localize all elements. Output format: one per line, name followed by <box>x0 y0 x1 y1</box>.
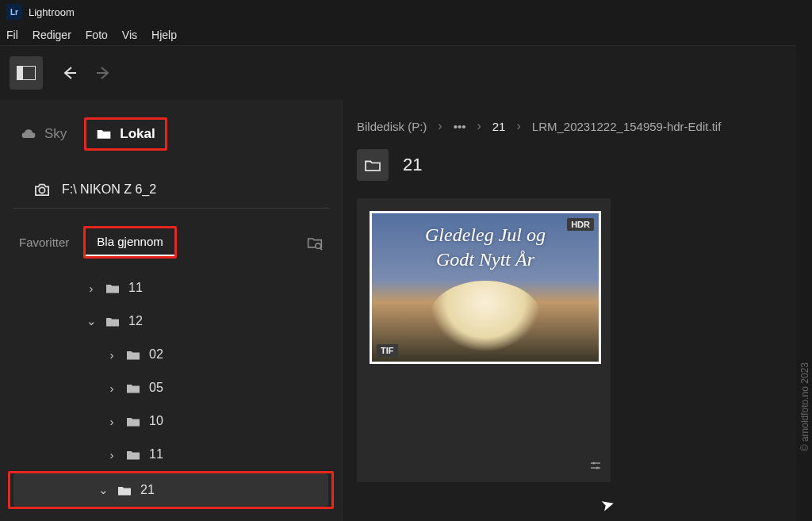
chevron-right-icon: › <box>106 415 117 428</box>
arrow-left-icon <box>60 64 78 82</box>
tree-item-02[interactable]: › 02 <box>11 338 331 371</box>
titlebar: Lr Lightroom <box>0 0 796 24</box>
svg-point-3 <box>316 243 321 248</box>
device-path: F:\ NIKON Z 6_2 <box>62 182 156 197</box>
breadcrumb-sep-icon: › <box>477 119 481 133</box>
highlight-browse: Bla gjennom <box>83 226 176 259</box>
tree-item-10[interactable]: › 10 <box>11 404 331 438</box>
main-body: Sky Lokal F:\ NIKON Z 6_2 <box>0 100 796 521</box>
chevron-right-icon: › <box>106 348 117 362</box>
tree-item-11b[interactable]: › 11 <box>11 438 331 471</box>
source-tab-local-label: Lokal <box>120 126 155 142</box>
thumbnail-overlay-text: Gledeleg Jul og Godt Nytt År <box>425 213 546 272</box>
svg-point-6 <box>592 462 595 465</box>
svg-line-4 <box>320 247 323 250</box>
tree-item-05[interactable]: › 05 <box>11 371 331 404</box>
tree-item-label: 12 <box>128 314 143 328</box>
breadcrumb-sep-icon: › <box>438 119 442 133</box>
panel-toggle-button[interactable] <box>10 56 43 90</box>
tree-item-label: 11 <box>128 281 143 295</box>
folder-icon <box>364 158 381 172</box>
menu-view[interactable]: Vis <box>122 29 137 41</box>
sidebar-subtabs: Favoritter Bla gjennom <box>0 209 342 266</box>
image-thumbnail[interactable]: Gledeleg Jul og Godt Nytt År HDR TIF <box>370 211 601 364</box>
toolbar <box>0 46 796 100</box>
tree-item-11[interactable]: › 11 <box>11 271 331 305</box>
tree-item-label: 21 <box>140 483 155 497</box>
source-tab-cloud[interactable]: Sky <box>11 120 76 148</box>
badge-format: TIF <box>377 344 398 357</box>
sliders-icon <box>588 458 603 473</box>
folder-icon <box>125 448 141 461</box>
svg-point-8 <box>596 467 599 469</box>
subtab-favorites[interactable]: Favoritter <box>11 229 77 255</box>
breadcrumb-file[interactable]: LRM_20231222_154959-hdr-Edit.tif <box>532 120 722 133</box>
tree-item-label: 11 <box>149 447 163 462</box>
folder-header: 21 <box>357 138 787 198</box>
breadcrumb-root[interactable]: Bildedisk (P:) <box>357 120 427 133</box>
svg-point-2 <box>39 187 44 193</box>
nav-forward-button <box>95 64 113 82</box>
app-title: Lightroom <box>29 6 75 18</box>
folder-open-button[interactable] <box>357 149 389 181</box>
cloud-icon <box>21 126 36 142</box>
arrow-right-icon <box>95 64 113 82</box>
folder-icon <box>105 282 121 294</box>
menubar: Fil Rediger Foto Vis Hjelp <box>0 24 796 46</box>
breadcrumb-sep-icon: › <box>516 119 520 133</box>
folder-icon <box>96 126 112 142</box>
menu-photo[interactable]: Foto <box>86 29 108 41</box>
overlay-line2: Godt Nytt År <box>425 247 546 272</box>
folder-search-button[interactable] <box>307 235 331 251</box>
main-panel: Bildedisk (P:) › ••• › 21 › LRM_20231222… <box>343 100 796 521</box>
chevron-right-icon: › <box>106 448 117 462</box>
image-credit: © arnoldfoto.no 2023 <box>799 362 810 451</box>
nav-back-button[interactable] <box>60 64 78 82</box>
folder-icon <box>117 484 132 496</box>
folder-icon <box>125 415 141 427</box>
folder-tree: › 11 ⌄ 12 › 02 › 05 <box>0 266 342 509</box>
overlay-line1: Gledeleg Jul og <box>425 223 546 247</box>
tree-item-label: 02 <box>149 347 163 362</box>
menu-help[interactable]: Hjelp <box>151 29 177 41</box>
app-logo-icon: Lr <box>6 4 22 20</box>
menu-edit[interactable]: Rediger <box>33 29 71 41</box>
tree-item-label: 10 <box>149 414 163 428</box>
chevron-right-icon: › <box>86 282 97 295</box>
tree-item-label: 05 <box>149 381 163 395</box>
highlight-local: Lokal <box>84 117 167 151</box>
tree-item-12[interactable]: ⌄ 12 <box>11 305 331 338</box>
adjust-button[interactable] <box>588 458 603 473</box>
folder-title: 21 <box>403 155 422 175</box>
source-tabs: Sky Lokal <box>0 117 342 168</box>
panel-icon <box>17 66 36 80</box>
app-window: Lr Lightroom Fil Rediger Foto Vis Hjelp <box>0 0 796 521</box>
camera-icon <box>33 182 51 197</box>
folder-icon <box>105 315 121 328</box>
breadcrumb: Bildedisk (P:) › ••• › 21 › LRM_20231222… <box>357 114 787 138</box>
folder-icon <box>125 348 141 361</box>
chevron-down-icon: ⌄ <box>98 483 109 497</box>
tree-item-21[interactable]: ⌄ 21 <box>13 473 328 507</box>
source-tab-cloud-label: Sky <box>44 126 67 142</box>
folder-search-icon <box>307 235 323 251</box>
breadcrumb-folder[interactable]: 21 <box>492 120 506 133</box>
chevron-down-icon: ⌄ <box>86 314 97 328</box>
breadcrumb-ellipsis[interactable]: ••• <box>454 120 466 133</box>
thumbnail-grid: Gledeleg Jul og Godt Nytt År HDR TIF <box>357 198 611 482</box>
menu-file[interactable]: Fil <box>6 29 18 41</box>
subtab-browse[interactable]: Bla gjennom <box>86 228 174 256</box>
svg-rect-1 <box>17 66 23 80</box>
thumbnail-subject <box>430 281 541 352</box>
device-row[interactable]: F:\ NIKON Z 6_2 <box>13 174 329 209</box>
chevron-right-icon: › <box>106 381 117 395</box>
badge-hdr: HDR <box>567 218 594 231</box>
folder-icon <box>125 381 141 394</box>
source-tab-local[interactable]: Lokal <box>86 120 164 148</box>
highlight-folder-21: ⌄ 21 <box>8 471 334 509</box>
sidebar: Sky Lokal F:\ NIKON Z 6_2 <box>0 100 343 521</box>
